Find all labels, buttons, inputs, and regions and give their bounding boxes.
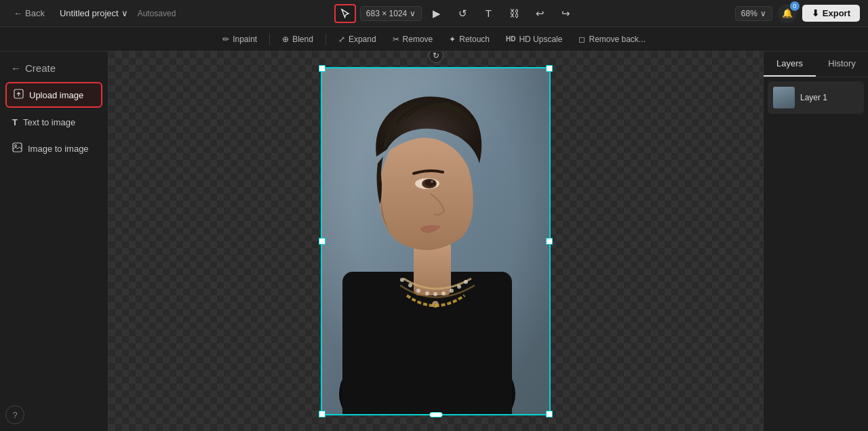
layer-thumbnail: [773, 87, 795, 108]
handle-middle-left[interactable]: [319, 238, 326, 245]
dimension-badge[interactable]: 683 × 1024 ∨: [360, 6, 422, 21]
remove-bg-label: Remove back...: [589, 35, 645, 44]
link-tool-button[interactable]: ⛓: [503, 4, 525, 23]
refresh-button[interactable]: ↺: [452, 4, 473, 23]
toolbar-separator-1: [269, 33, 270, 45]
back-arrow-icon: ←: [14, 8, 22, 18]
rotate-icon: ↻: [433, 52, 439, 60]
expand-button[interactable]: ⤢ Expand: [332, 32, 383, 47]
main-area: ← Create Upload image T Text to image: [0, 52, 868, 431]
layers-tab-label: Layers: [776, 58, 803, 68]
export-label: Export: [823, 8, 850, 18]
notification-badge: 0: [790, 1, 800, 11]
zoom-control[interactable]: 68% ∨: [735, 6, 772, 21]
upscale-label: HD Upscale: [519, 35, 562, 44]
inpaint-icon: ✏: [222, 35, 229, 44]
create-arrow-icon: ←: [11, 62, 21, 74]
expand-icon: ⤢: [338, 35, 345, 44]
dimension-chevron-icon: ∨: [410, 9, 416, 18]
blend-button[interactable]: ⊕ Blend: [275, 32, 320, 47]
retouch-label: Retouch: [459, 35, 490, 44]
svg-point-11: [400, 278, 404, 282]
svg-point-17: [450, 289, 454, 293]
history-tab[interactable]: History: [816, 52, 868, 77]
portrait-svg: [322, 68, 549, 414]
svg-rect-2: [13, 143, 22, 152]
svg-point-18: [457, 285, 461, 289]
topbar-right: 68% ∨ 🔔 0 ⬇ Export: [735, 4, 860, 23]
text-to-image-label: Text to image: [23, 117, 75, 127]
expand-label: Expand: [349, 35, 376, 44]
upload-image-button[interactable]: Upload image: [5, 82, 102, 108]
svg-point-13: [416, 289, 420, 293]
retouch-button[interactable]: ✦ Retouch: [442, 32, 496, 47]
topbar: ← Back Untitled project ∨ Autosaved 683 …: [0, 0, 868, 27]
text-tool-button[interactable]: T: [477, 4, 499, 23]
export-button[interactable]: ⬇ Export: [802, 5, 860, 22]
canvas-area[interactable]: ↻: [108, 52, 763, 431]
handle-bottom-right[interactable]: [546, 411, 553, 417]
handle-bottom-middle[interactable]: [429, 412, 443, 417]
layers-tab[interactable]: Layers: [764, 52, 816, 77]
export-icon: ⬇: [812, 8, 819, 18]
topbar-center-tools: 683 × 1024 ∨ ▶ ↺ T ⛓ ↩ ↪: [182, 4, 728, 23]
notification-count: 0: [793, 3, 796, 9]
image-container[interactable]: ↻: [322, 68, 549, 414]
layer-name: Layer 1: [800, 93, 827, 102]
handle-top-left[interactable]: [319, 65, 326, 72]
create-header: ← Create: [5, 58, 102, 78]
upload-image-label: Upload image: [29, 90, 83, 100]
project-chevron-icon: ∨: [121, 8, 128, 18]
right-panel-tabs: Layers History: [764, 52, 868, 77]
svg-point-26: [431, 180, 433, 183]
left-panel: ← Create Upload image T Text to image: [0, 52, 108, 431]
redo-button[interactable]: ↪: [555, 4, 576, 23]
inpaint-button[interactable]: ✏ Inpaint: [216, 32, 264, 47]
right-panel: Layers History Layer 1: [763, 52, 868, 431]
zoom-level: 68%: [741, 9, 757, 18]
upscale-button[interactable]: HD HD Upscale: [499, 32, 569, 47]
project-name-text: Untitled project: [60, 8, 119, 18]
image-to-image-label: Image to image: [28, 144, 89, 154]
handle-top-right[interactable]: [546, 65, 553, 72]
secondary-toolbar: ✏ Inpaint ⊕ Blend ⤢ Expand ✂ Remove ✦ Re…: [0, 27, 868, 52]
layer-item[interactable]: Layer 1: [768, 81, 864, 114]
play-button[interactable]: ▶: [426, 4, 448, 23]
image-to-image-button[interactable]: Image to image: [5, 137, 102, 160]
handle-bottom-left[interactable]: [319, 411, 326, 417]
remove-bg-icon: ◻: [578, 35, 585, 44]
remove-label: Remove: [403, 35, 433, 44]
blend-icon: ⊕: [282, 35, 289, 44]
canvas-image: [322, 68, 549, 414]
dimension-text: 683 × 1024: [366, 9, 407, 18]
upscale-icon: HD: [506, 35, 515, 43]
image-to-image-icon: [12, 142, 22, 155]
select-tool-button[interactable]: [334, 4, 356, 23]
toolbar-separator-2: [326, 33, 326, 45]
svg-point-16: [441, 291, 446, 295]
layer-thumbnail-image: [773, 87, 795, 108]
inpaint-label: Inpaint: [233, 35, 257, 44]
svg-point-3: [15, 145, 17, 147]
svg-point-15: [433, 292, 437, 296]
back-label: Back: [25, 8, 45, 18]
retouch-icon: ✦: [449, 35, 456, 44]
text-icon: T: [12, 117, 18, 127]
text-to-image-button[interactable]: T Text to image: [5, 112, 102, 133]
notification-button[interactable]: 🔔 0: [778, 4, 797, 23]
svg-point-12: [408, 283, 412, 287]
back-button[interactable]: ← Back: [8, 5, 50, 21]
history-tab-label: History: [828, 58, 855, 68]
handle-middle-right[interactable]: [546, 238, 553, 245]
help-button[interactable]: ?: [5, 405, 24, 424]
help-icon: ?: [12, 410, 17, 420]
remove-background-button[interactable]: ◻ Remove back...: [572, 32, 652, 47]
project-name[interactable]: Untitled project ∨: [56, 5, 132, 21]
upload-icon: [14, 89, 24, 101]
topbar-left: ← Back Untitled project ∨ Autosaved: [8, 5, 176, 21]
svg-point-14: [425, 291, 429, 295]
remove-icon: ✂: [393, 35, 399, 44]
remove-button[interactable]: ✂ Remove: [386, 32, 440, 47]
undo-button[interactable]: ↩: [529, 4, 551, 23]
autosaved-label: Autosaved: [138, 9, 176, 18]
